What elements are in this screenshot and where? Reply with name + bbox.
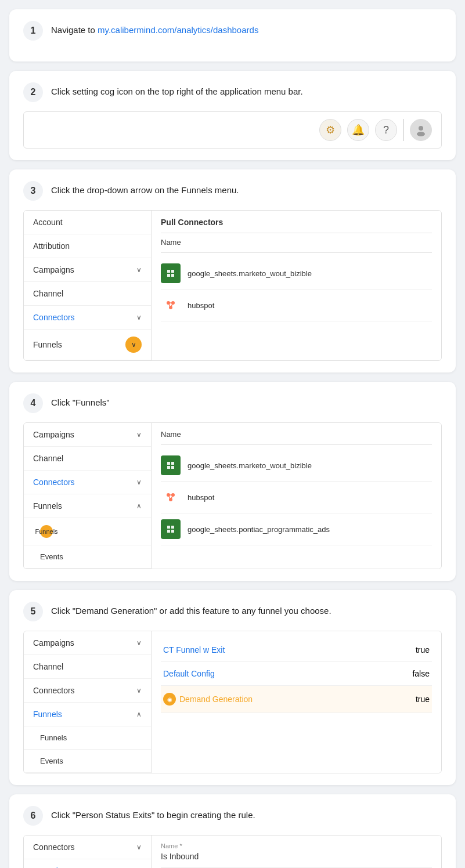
- svg-rect-6: [171, 274, 174, 277]
- config-row-1[interactable]: Default Config false: [161, 662, 432, 686]
- step-6-instruction: Click "Person Status Exits" to begin cre…: [51, 806, 255, 822]
- config-label-1: Default Config: [163, 669, 215, 678]
- nav4-funnels-sub[interactable]: Funnels: [24, 518, 151, 545]
- avatar-icon[interactable]: [410, 119, 432, 141]
- svg-rect-13: [165, 460, 176, 471]
- bell-icon[interactable]: 🔔: [347, 119, 369, 141]
- step-5-instruction: Click "Demand Generation" or add this fe…: [51, 602, 331, 618]
- step-3-number: 3: [23, 181, 43, 201]
- step-5-header: 5 Click "Demand Generation" or add this …: [23, 602, 442, 621]
- nav4-events-label: Events: [40, 552, 63, 561]
- step-5-nav-panel: Campaigns ∨ Channel Connectors ∨ Funnels…: [24, 631, 152, 773]
- nav5-connectors-label: Connectors: [33, 686, 75, 695]
- nav4-channel-label: Channel: [33, 454, 63, 463]
- nav4-connectors-label: Connectors: [33, 478, 75, 487]
- nav6-connectors[interactable]: Connectors ∨: [24, 836, 151, 859]
- col-header-name: Name: [161, 238, 432, 253]
- step-1-instruction: Navigate to my.calibermind.com/analytics…: [51, 21, 258, 37]
- nav5-campaigns[interactable]: Campaigns ∨: [24, 631, 151, 655]
- nav5-funnels-chevron: ∧: [136, 710, 142, 718]
- step4-connector-1: hubspot: [161, 482, 432, 513]
- nav-item-campaigns[interactable]: Campaigns ∨: [24, 258, 151, 282]
- nav-item-campaigns-label: Campaigns: [33, 265, 74, 274]
- connector-name-0: google_sheets.marketo_wout_bizible: [188, 269, 312, 278]
- step-3-content-panel: Pull Connectors Name google_sheets.marke…: [152, 211, 441, 360]
- config-value-0: true: [416, 645, 430, 654]
- step-4-header: 4 Click "Funnels": [23, 393, 442, 413]
- nav4-funnels-chevron: ∧: [136, 502, 142, 510]
- nav4-channel[interactable]: Channel: [24, 447, 151, 471]
- step-1-link[interactable]: my.calibermind.com/analytics/dashboards: [98, 25, 258, 35]
- step-1-header: 1 Navigate to my.calibermind.com/analyti…: [23, 21, 442, 41]
- connector-row-0: google_sheets.marketo_wout_bizible: [161, 258, 432, 290]
- step-1-card: 1 Navigate to my.calibermind.com/analyti…: [9, 9, 456, 62]
- svg-rect-27: [167, 530, 170, 533]
- nav-item-channel-label: Channel: [33, 289, 63, 298]
- nav5-events-sub[interactable]: Events: [24, 750, 151, 773]
- nav-item-attribution[interactable]: Attribution: [24, 234, 151, 258]
- step4-hubspot-0: [161, 487, 181, 507]
- step4-connector-name-1: hubspot: [188, 493, 214, 502]
- connectors-chevron: ∨: [136, 313, 142, 321]
- nav5-funnels-label: Funnels: [33, 710, 62, 719]
- connector-name-1: hubspot: [188, 301, 214, 310]
- svg-point-0: [419, 126, 423, 131]
- svg-rect-14: [167, 462, 170, 465]
- svg-rect-3: [167, 270, 170, 273]
- nav6-connectors-chevron: ∨: [136, 843, 142, 851]
- nav5-campaigns-chevron: ∨: [136, 639, 142, 647]
- config-row-demand-gen[interactable]: ◉ Demand Generation true: [161, 686, 432, 713]
- step4-sheets-0: [161, 455, 181, 475]
- step-5-number: 5: [23, 602, 43, 621]
- step-6-nav-panel: Connectors ∨ Funnels ∧ Funnels Events Fl…: [24, 836, 152, 868]
- nav5-connectors-chevron: ∨: [136, 686, 142, 695]
- step-3-card: 3 Click the drop-down arrow on the Funne…: [9, 169, 456, 372]
- funnels-highlight-circle: ∨: [125, 337, 142, 353]
- gear-icon[interactable]: ⚙: [319, 119, 341, 141]
- field-label-name: Name *: [161, 842, 432, 849]
- step-6-header: 6 Click "Person Status Exits" to begin c…: [23, 806, 442, 826]
- svg-rect-25: [167, 526, 170, 529]
- nav-item-account[interactable]: Account: [24, 211, 151, 234]
- nav5-campaigns-label: Campaigns: [33, 638, 74, 648]
- step-3-nav-panel: Account Attribution Campaigns ∨ Channel …: [24, 211, 152, 360]
- step-4-nav-panel: Campaigns ∨ Channel Connectors ∨ Funnels…: [24, 423, 152, 569]
- nav5-funnels[interactable]: Funnels ∧: [24, 703, 151, 726]
- help-icon[interactable]: ?: [375, 119, 397, 141]
- nav-item-connectors[interactable]: Connectors ∨: [24, 306, 151, 330]
- step-6-card: 6 Click "Person Status Exits" to begin c…: [9, 794, 456, 868]
- step4-connector-2: google_sheets.pontiac_programmatic_ads: [161, 513, 432, 545]
- pull-connectors-header: Pull Connectors: [161, 218, 432, 233]
- config-row-0[interactable]: CT Funnel w Exit true: [161, 638, 432, 662]
- svg-rect-15: [171, 462, 174, 465]
- nav5-funnels-sub[interactable]: Funnels: [24, 726, 151, 750]
- nav4-connectors-chevron: ∨: [136, 478, 142, 486]
- nav4-funnels[interactable]: Funnels ∧: [24, 494, 151, 518]
- app-menu-bar: ⚙ 🔔 ?: [23, 111, 442, 149]
- connector-row-1: hubspot: [161, 290, 432, 321]
- nav4-funnels-label: Funnels: [33, 501, 62, 511]
- nav6-funnels[interactable]: Funnels ∧: [24, 859, 151, 868]
- config-value-2: true: [416, 695, 430, 704]
- field-value-name: Is Inbound: [161, 852, 432, 867]
- step-2-card: 2 Click setting cog icon on the top righ…: [9, 71, 456, 160]
- step-6-layout: Connectors ∨ Funnels ∧ Funnels Events Fl…: [23, 835, 442, 868]
- config-label-2: Demand Generation: [179, 695, 253, 704]
- nav5-funnels-sub-label: Funnels: [40, 733, 67, 742]
- nav-item-channel[interactable]: Channel: [24, 282, 151, 306]
- step-1-number: 1: [23, 21, 43, 41]
- nav4-connectors[interactable]: Connectors ∨: [24, 471, 151, 494]
- step-5-content-panel: CT Funnel w Exit true Default Config fal…: [152, 631, 441, 773]
- nav6-connectors-label: Connectors: [33, 842, 75, 852]
- nav-item-funnels[interactable]: Funnels ∨: [24, 330, 151, 360]
- nav4-campaigns-chevron: ∨: [136, 431, 142, 439]
- svg-rect-17: [171, 466, 174, 469]
- nav5-channel[interactable]: Channel: [24, 655, 151, 679]
- nav4-events-sub[interactable]: Events: [24, 545, 151, 569]
- step-5-card: 5 Click "Demand Generation" or add this …: [9, 590, 456, 785]
- step4-connector-name-2: google_sheets.pontiac_programmatic_ads: [188, 525, 330, 534]
- nav5-channel-label: Channel: [33, 662, 63, 671]
- nav5-connectors[interactable]: Connectors ∨: [24, 679, 151, 703]
- step-2-number: 2: [23, 82, 43, 102]
- nav4-campaigns[interactable]: Campaigns ∨: [24, 423, 151, 447]
